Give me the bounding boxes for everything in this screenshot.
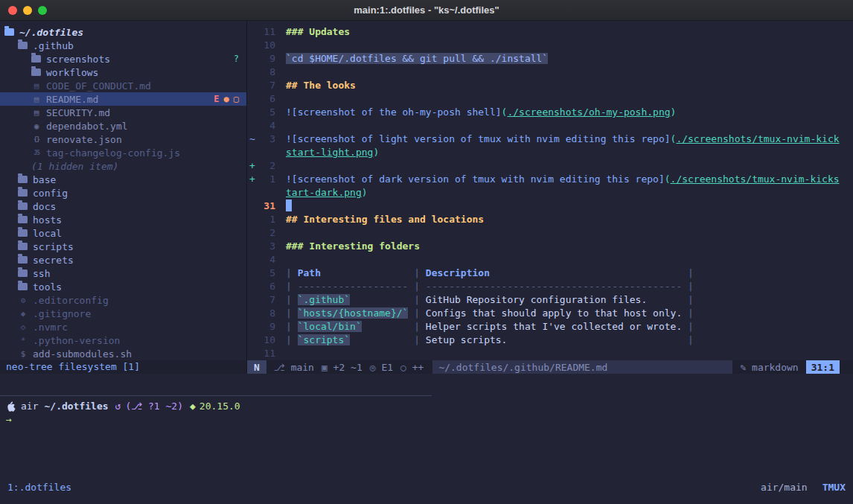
close-button[interactable] bbox=[8, 6, 17, 15]
editor-line[interactable]: ~3![screenshot of light version of tmux … bbox=[247, 133, 853, 146]
tree-item-tag-changelog-config.js[interactable]: JStag-changelog-config.js bbox=[0, 146, 246, 159]
folder-icon bbox=[18, 269, 28, 277]
minimize-button[interactable] bbox=[23, 6, 32, 15]
tree-item-tools[interactable]: tools bbox=[0, 280, 246, 293]
tree-item-.python-version[interactable]: *.python-version bbox=[0, 334, 246, 347]
git-status-markers: ? bbox=[234, 54, 246, 64]
tree-item-label: hosts bbox=[33, 214, 62, 226]
git-status-markers: E●▢ bbox=[214, 94, 246, 104]
editor-line[interactable]: 2 bbox=[247, 226, 853, 240]
line-content: | `local/bin` | Helper scripts that I've… bbox=[275, 320, 694, 334]
editor-line[interactable]: +2 bbox=[247, 159, 853, 173]
gutter-sign bbox=[247, 293, 258, 307]
gutter-sign bbox=[247, 226, 258, 240]
tree-item--.dotfiles[interactable]: ~/.dotfiles bbox=[0, 25, 246, 39]
editor-line[interactable]: start-light.png) bbox=[247, 146, 853, 159]
tree-item-.gitignore[interactable]: ◆.gitignore bbox=[0, 307, 246, 320]
editor-line[interactable]: 10| `scripts` | Setup scripts. | bbox=[247, 334, 853, 347]
editor-line[interactable]: 5![screenshot of the oh-my-posh shell](.… bbox=[247, 106, 853, 119]
tree-item-dependabot.yml[interactable]: ◉dependabot.yml bbox=[0, 119, 246, 133]
line-content: `cd $HOME/.dotfiles && git pull && ./ins… bbox=[275, 52, 548, 66]
tree-item-label: scripts bbox=[33, 241, 74, 252]
line-number: 31 bbox=[258, 200, 275, 213]
tree-item-.github[interactable]: .github bbox=[0, 39, 246, 52]
neo-tree-statusline: neo-tree filesystem [1] bbox=[0, 360, 246, 374]
line-number: 3 bbox=[258, 240, 275, 253]
tree-item-base[interactable]: base bbox=[0, 173, 246, 186]
editor-line[interactable]: 3### Interesting folders bbox=[247, 240, 853, 253]
tmux-pane-border[interactable] bbox=[0, 395, 432, 396]
tree-item-scripts[interactable]: scripts bbox=[0, 240, 246, 253]
gutter-sign bbox=[247, 213, 258, 226]
tree-item-local[interactable]: local bbox=[0, 226, 246, 240]
line-content: ## Interesting files and locations bbox=[275, 213, 484, 226]
tree-item-label: add-submodules.sh bbox=[33, 348, 132, 360]
tree-item-.editorconfig[interactable]: ⚙.editorconfig bbox=[0, 293, 246, 307]
editor-line[interactable]: 1## Interesting files and locations bbox=[247, 213, 853, 226]
editor-line[interactable]: 9`cd $HOME/.dotfiles && git pull && ./in… bbox=[247, 52, 853, 66]
window-title: main:1:.dotfiles - "ks~/.dotfiles" bbox=[354, 4, 499, 16]
line-content: | ------------------- | ----------------… bbox=[275, 280, 694, 293]
tree-item-screenshots[interactable]: screenshots? bbox=[0, 52, 246, 66]
tree-item-add-submodules.sh[interactable]: $add-submodules.sh bbox=[0, 347, 246, 360]
tmux-window-tab[interactable]: 1:.dotfiles bbox=[7, 481, 71, 494]
line-content bbox=[275, 200, 292, 213]
tree-item-renovate.json[interactable]: {}renovate.json bbox=[0, 133, 246, 146]
editor-line[interactable]: 4 bbox=[247, 253, 853, 267]
gutter-sign bbox=[247, 307, 258, 320]
editor-line[interactable]: 8 bbox=[247, 66, 853, 79]
editor-line[interactable]: 9| `local/bin` | Helper scripts that I'v… bbox=[247, 320, 853, 334]
tree-item-docs[interactable]: docs bbox=[0, 200, 246, 213]
line-number bbox=[258, 146, 275, 159]
updates-icon: ○ bbox=[400, 362, 406, 373]
editor-line[interactable]: 6 bbox=[247, 92, 853, 106]
gutter-sign bbox=[247, 39, 258, 52]
line-content: ### Updates bbox=[275, 25, 350, 39]
line-number: 5 bbox=[258, 267, 275, 280]
tree-item-workflows[interactable]: workflows bbox=[0, 66, 246, 79]
tree-item-readme.md[interactable]: ▤README.mdE●▢ bbox=[0, 92, 246, 106]
pencil-icon: ✎ bbox=[740, 362, 746, 373]
tree-item-label: screenshots bbox=[46, 54, 110, 65]
editor-line[interactable]: 8| `hosts/{hostname}/` | Configs that sh… bbox=[247, 307, 853, 320]
editor-line[interactable]: 5| Path | Description | bbox=[247, 267, 853, 280]
line-content bbox=[275, 92, 286, 106]
prompt-cwd: ~/.dotfiles bbox=[44, 400, 108, 413]
editor-line[interactable]: 10 bbox=[247, 39, 853, 52]
editor-line[interactable]: 11### Updates bbox=[247, 25, 853, 39]
line-number: 7 bbox=[258, 293, 275, 307]
tree-item-code-of-conduct.md[interactable]: ▤CODE_OF_CONDUCT.md bbox=[0, 79, 246, 92]
status-marker: E bbox=[214, 94, 219, 104]
git-diff-segment: ▣ +2 ~1 bbox=[322, 362, 362, 373]
tree-item-config[interactable]: config bbox=[0, 186, 246, 200]
editor-line[interactable]: 31 bbox=[247, 200, 853, 213]
line-content: | Path | Description | bbox=[275, 267, 694, 280]
line-number: 4 bbox=[258, 253, 275, 267]
line-number: 2 bbox=[258, 159, 275, 173]
editor-line[interactable]: 4 bbox=[247, 119, 853, 133]
json-file-icon: {} bbox=[31, 136, 42, 143]
tree-item-hosts[interactable]: hosts bbox=[0, 213, 246, 226]
line-number: 1 bbox=[258, 173, 275, 186]
tree-item-label: SECURITY.md bbox=[46, 107, 110, 118]
line-number: 9 bbox=[258, 320, 275, 334]
zoom-button[interactable] bbox=[38, 6, 47, 15]
editor-line[interactable]: 6| ------------------- | ---------------… bbox=[247, 280, 853, 293]
line-content: ![screenshot of the oh-my-posh shell](./… bbox=[275, 106, 676, 119]
editor-line[interactable]: 11 bbox=[247, 347, 853, 360]
tree-item-security.md[interactable]: ▤SECURITY.md bbox=[0, 106, 246, 119]
tree-item-label: .editorconfig bbox=[33, 295, 109, 306]
folder-icon bbox=[31, 55, 41, 63]
tree-item-secrets[interactable]: secrets bbox=[0, 253, 246, 267]
editor-line[interactable]: tart-dark.png) bbox=[247, 186, 853, 200]
editor-line[interactable]: 7| `.github` | GitHub Repository configu… bbox=[247, 293, 853, 307]
line-content bbox=[275, 66, 286, 79]
editor-line[interactable]: +1![screenshot of dark version of tmux w… bbox=[247, 173, 853, 186]
gutter-sign bbox=[247, 320, 258, 334]
editor-line[interactable]: 7## The looks bbox=[247, 79, 853, 92]
tree-item-ssh[interactable]: ssh bbox=[0, 267, 246, 280]
md-file-icon: ▤ bbox=[31, 81, 42, 91]
editor-buffer[interactable]: 11### Updates 10 9`cd $HOME/.dotfiles &&… bbox=[247, 21, 853, 360]
line-number: 5 bbox=[258, 106, 275, 119]
tree-item-.nvmrc[interactable]: ◇.nvmrc bbox=[0, 320, 246, 334]
